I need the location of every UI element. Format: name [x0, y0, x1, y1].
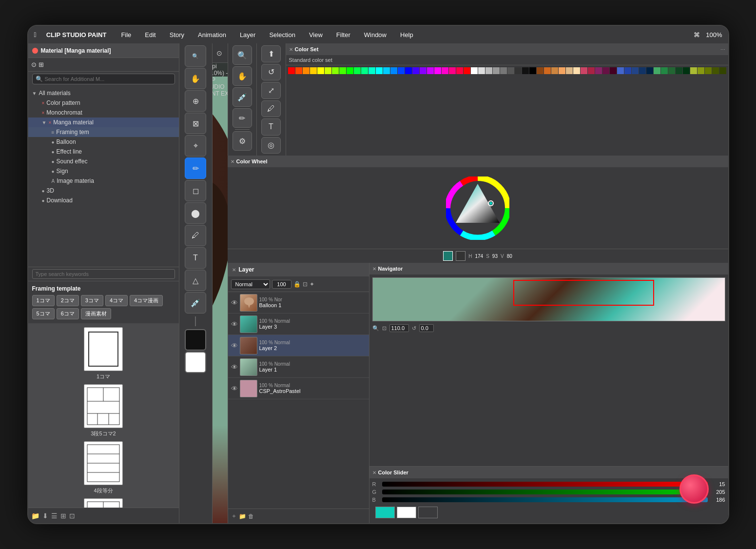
layer-close[interactable]: ✕: [232, 267, 236, 273]
tree-item-effect-line[interactable]: ● Effect line: [28, 147, 179, 157]
color-swatch[interactable]: [632, 67, 639, 74]
color-swatch[interactable]: [398, 67, 405, 74]
color-swatch[interactable]: [712, 67, 719, 74]
current-color-swatch[interactable]: [443, 251, 453, 261]
menu-selection[interactable]: Selection: [266, 30, 298, 39]
color-swatch[interactable]: [610, 67, 617, 74]
layer-row-balloon[interactable]: 👁 100 % Nor Balloon 1: [228, 292, 369, 314]
color-wheel-wrapper[interactable]: [446, 176, 509, 240]
color-swatch[interactable]: [529, 67, 536, 74]
color-swatch[interactable]: [507, 67, 514, 74]
frame-btn-4[interactable]: 4コマ: [105, 295, 128, 306]
nav-zoom-rotate[interactable]: ↺: [412, 325, 416, 332]
tool-opt2-rotate[interactable]: ↺: [261, 64, 281, 81]
tool-opt-zoom[interactable]: 🔍: [233, 45, 252, 65]
color-swatch[interactable]: [588, 67, 595, 74]
layer-eye-2[interactable]: 👁: [231, 342, 238, 350]
material-item-2dan[interactable]: 2段2コマ1: [32, 498, 175, 508]
tool-brush[interactable]: ✏: [185, 157, 206, 179]
current-color-preview[interactable]: [375, 507, 395, 518]
nav-zoom-icon[interactable]: 🔍: [372, 325, 379, 332]
tree-item-image[interactable]: A Image materia: [28, 176, 179, 186]
layer-eye-csp[interactable]: 👁: [231, 385, 238, 392]
color-set-close[interactable]: ✕: [289, 47, 293, 52]
b-track[interactable]: [382, 497, 708, 502]
color-swatch[interactable]: [420, 67, 426, 74]
tool-opt2-move[interactable]: ⬆: [261, 45, 281, 62]
color-swatch[interactable]: [646, 67, 653, 74]
layer-lock-icon[interactable]: 🔒: [293, 281, 301, 288]
color-swatch[interactable]: [339, 67, 346, 74]
color-swatch[interactable]: [537, 67, 543, 74]
panel-close-button[interactable]: [32, 48, 38, 54]
color-swatch[interactable]: [661, 67, 668, 74]
frame-btn-3[interactable]: 3コマ: [81, 295, 103, 306]
menu-window[interactable]: Window: [361, 30, 389, 39]
color-swatch[interactable]: [500, 67, 507, 74]
color-swatch[interactable]: [412, 67, 419, 74]
color-swatch[interactable]: [478, 67, 485, 74]
color-swatch[interactable]: [522, 67, 529, 74]
color-swatch[interactable]: [390, 67, 397, 74]
color-swatch[interactable]: [464, 67, 470, 74]
layer-delete-icon[interactable]: 🗑: [248, 513, 254, 520]
layer-row-3[interactable]: 👁 100 % Normal Layer 3: [228, 314, 369, 335]
frame-btn-1[interactable]: 1コマ: [32, 295, 55, 306]
frame-btn-4manga[interactable]: 4コマ漫画: [130, 295, 163, 306]
color-swatch[interactable]: [683, 67, 690, 74]
navigator-thumb[interactable]: [372, 277, 725, 321]
color-swatch[interactable]: [676, 67, 682, 74]
layer-list[interactable]: 👁 100 % Nor Balloon 1 👁: [228, 292, 369, 509]
material-list-icon[interactable]: ☰: [51, 512, 58, 520]
layer-row-2[interactable]: 👁 100 % Normal Layer 2: [228, 335, 369, 356]
white-preview[interactable]: [397, 507, 416, 518]
color-swatch[interactable]: [639, 67, 646, 74]
color-swatch[interactable]: [551, 67, 558, 74]
layer-add-icon[interactable]: ＋: [231, 512, 237, 520]
color-swatch[interactable]: [698, 67, 704, 74]
color-swatch[interactable]: [288, 67, 295, 74]
color-swatch[interactable]: [559, 67, 565, 74]
tool-select[interactable]: ⊠: [185, 113, 206, 134]
layer-row-csp[interactable]: 👁 100 % Normal CSP_AstroPastel: [228, 378, 369, 399]
menu-filter[interactable]: Filter: [333, 30, 353, 39]
color-set-grid[interactable]: [286, 65, 728, 76]
color-swatch[interactable]: [449, 67, 456, 74]
color-swatch[interactable]: [705, 67, 712, 74]
color-swatch[interactable]: [485, 67, 492, 74]
tool-opt-settings[interactable]: ⚙: [233, 131, 252, 151]
color-wheel-close[interactable]: ✕: [231, 159, 234, 164]
tree-item-3d[interactable]: ● 3D: [28, 186, 179, 196]
nav-zoom-input[interactable]: [389, 324, 409, 332]
tool-eraser[interactable]: ◻: [185, 180, 206, 201]
tool-bg-color[interactable]: [185, 352, 206, 373]
menu-file[interactable]: File: [118, 30, 134, 39]
canvas-content[interactable]: [213, 77, 228, 523]
color-swatch[interactable]: [347, 67, 353, 74]
prev-color-swatch[interactable]: [456, 251, 465, 261]
toolbar-clip-icon[interactable]: ⊙: [216, 46, 222, 60]
layer-opacity-input[interactable]: [272, 280, 291, 289]
color-swatch[interactable]: [456, 67, 463, 74]
r-track[interactable]: [382, 482, 708, 487]
nav-close[interactable]: ✕: [372, 266, 376, 272]
color-swatch[interactable]: [719, 67, 726, 74]
color-swatch[interactable]: [317, 67, 324, 74]
tool-pen[interactable]: 🖊: [185, 225, 206, 246]
tool-opt-hand[interactable]: ✋: [233, 66, 252, 86]
material-grid[interactable]: 1コマ 3段5コマ2: [28, 323, 179, 508]
tree-item-framing[interactable]: ≡ Framing tem: [28, 127, 179, 137]
color-swatch[interactable]: [566, 67, 573, 74]
tree-item-manga[interactable]: ▼ × Manga material: [28, 118, 179, 127]
tool-color-pick[interactable]: 💉: [185, 292, 206, 314]
layer-mask-icon[interactable]: ⊡: [303, 281, 308, 288]
tool-text[interactable]: T: [185, 247, 206, 269]
material-item-1koma[interactable]: 1コマ: [32, 327, 175, 380]
color-swatch[interactable]: [471, 67, 478, 74]
color-swatch[interactable]: [354, 67, 361, 74]
tree-item-mono[interactable]: × Monochromat: [28, 108, 179, 118]
apple-menu[interactable]: : [34, 31, 37, 39]
menu-help[interactable]: Help: [397, 30, 416, 39]
frame-btn-6[interactable]: 6コマ: [57, 308, 79, 319]
color-swatch[interactable]: [690, 67, 697, 74]
